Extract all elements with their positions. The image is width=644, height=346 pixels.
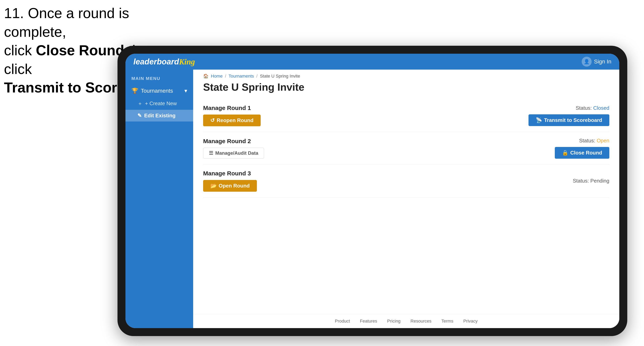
round3-status: Status: Pending: [573, 178, 609, 184]
round1-title: Manage Round 1: [203, 105, 261, 111]
manage-audit-button[interactable]: ☰ Manage/Audit Data: [203, 148, 264, 159]
reopen-round-button[interactable]: ↺ Reopen Round: [203, 115, 261, 126]
content-area: 🏠 Home / Tournaments / State U Spring In…: [193, 70, 619, 328]
sidebar: MAIN MENU 🏆 Tournaments ▾ ＋ + Create New…: [126, 70, 193, 328]
page-title: State U Spring Invite: [193, 80, 619, 99]
sidebar-item-edit-existing[interactable]: ✎ Edit Existing: [126, 110, 193, 122]
logo: leaderboardKing: [134, 57, 195, 66]
trophy-icon: 🏆: [132, 87, 138, 94]
round3-status-value: Pending: [590, 178, 609, 184]
main-layout: MAIN MENU 🏆 Tournaments ▾ ＋ + Create New…: [126, 70, 619, 328]
sidebar-tournaments-label: Tournaments: [141, 88, 173, 94]
round2-status-value: Open: [596, 138, 609, 144]
round1-status: Status: Closed: [576, 105, 609, 111]
reopen-icon: ↺: [210, 117, 215, 124]
footer-terms[interactable]: Terms: [442, 319, 454, 324]
home-icon: 🏠: [203, 74, 208, 79]
round-row-2: Manage Round 2 ☰ Manage/Audit Data Statu…: [203, 132, 609, 165]
breadcrumb-home[interactable]: Home: [211, 74, 223, 79]
round2-title: Manage Round 2: [203, 138, 264, 145]
sidebar-edit-existing-label: Edit Existing: [144, 113, 176, 119]
logo-regular: leaderboard: [134, 57, 179, 66]
round1-left: Manage Round 1 ↺ Reopen Round: [203, 105, 261, 126]
plus-icon: ＋: [138, 100, 142, 107]
reopen-round-label: Reopen Round: [217, 117, 254, 124]
open-icon: 📂: [210, 183, 217, 189]
tablet-device: leaderboardKing 👤 Sign In MAIN MENU 🏆 To…: [118, 46, 627, 336]
footer-product[interactable]: Product: [335, 319, 350, 324]
close-round-label: Close Round: [570, 150, 602, 156]
logo-cursive: King: [179, 57, 195, 66]
open-round-button[interactable]: 📂 Open Round: [203, 180, 257, 192]
transmit-scoreboard-label: Transmit to Scoreboard: [544, 117, 602, 123]
instruction-line2: click: [4, 42, 36, 58]
round3-right: Status: Pending: [573, 178, 609, 184]
breadcrumb-sep1: /: [225, 74, 226, 79]
footer-pricing[interactable]: Pricing: [387, 319, 400, 324]
round2-left: Manage Round 2 ☰ Manage/Audit Data: [203, 138, 264, 159]
breadcrumb-sep2: /: [256, 74, 258, 79]
transmit-scoreboard-button[interactable]: 📡 Transmit to Scoreboard: [528, 114, 609, 126]
breadcrumb-current: State U Spring Invite: [260, 74, 300, 79]
content-body: Manage Round 1 ↺ Reopen Round Status: Cl…: [193, 99, 619, 314]
sidebar-tournaments-inner: 🏆 Tournaments: [132, 87, 173, 94]
round1-status-value: Closed: [593, 105, 609, 111]
chevron-down-icon: ▾: [184, 87, 187, 94]
manage-audit-label: Manage/Audit Data: [215, 150, 258, 156]
sign-in-label[interactable]: Sign In: [594, 58, 611, 65]
close-round-button[interactable]: 🔒 Close Round: [555, 147, 609, 159]
avatar: 👤: [582, 57, 592, 67]
footer-resources[interactable]: Resources: [410, 319, 431, 324]
round1-right: Status: Closed 📡 Transmit to Scoreboard: [528, 105, 609, 126]
tablet-screen: leaderboardKing 👤 Sign In MAIN MENU 🏆 To…: [126, 54, 619, 328]
edit-icon: ✎: [138, 113, 142, 119]
sign-in-area[interactable]: 👤 Sign In: [582, 57, 611, 67]
breadcrumb: 🏠 Home / Tournaments / State U Spring In…: [193, 70, 619, 80]
footer-features[interactable]: Features: [360, 319, 377, 324]
sidebar-item-tournaments[interactable]: 🏆 Tournaments ▾: [126, 84, 193, 97]
breadcrumb-tournaments[interactable]: Tournaments: [228, 74, 254, 79]
main-menu-label: MAIN MENU: [126, 74, 193, 84]
round2-status: Status: Open: [579, 138, 609, 144]
round2-right: Status: Open 🔒 Close Round: [555, 138, 609, 159]
round-row-1: Manage Round 1 ↺ Reopen Round Status: Cl…: [203, 99, 609, 132]
transmit-icon: 📡: [536, 117, 542, 123]
sidebar-create-new-label: + Create New: [145, 100, 177, 107]
footer: Product Features Pricing Resources Terms…: [193, 314, 619, 328]
lock-icon: 🔒: [562, 150, 568, 156]
top-bar: leaderboardKing 👤 Sign In: [126, 54, 619, 70]
round3-left: Manage Round 3 📂 Open Round: [203, 170, 257, 192]
instruction-line1: 11. Once a round is complete,: [4, 5, 129, 40]
instruction-bold1: Close Round: [36, 42, 124, 58]
sidebar-item-create-new[interactable]: ＋ + Create New: [126, 97, 193, 110]
round3-title: Manage Round 3: [203, 170, 257, 177]
footer-privacy[interactable]: Privacy: [463, 319, 478, 324]
open-round-label: Open Round: [219, 183, 250, 189]
audit-icon: ☰: [209, 150, 213, 156]
round-row-3: Manage Round 3 📂 Open Round Status: Pend…: [203, 165, 609, 197]
